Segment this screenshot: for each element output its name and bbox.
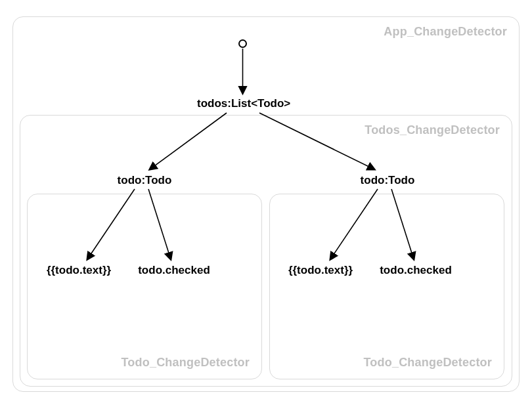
box-label-todo-left: Todo_ChangeDetector	[122, 356, 250, 370]
node-leaf-right-text: {{todo.text}}	[281, 264, 360, 277]
box-todo-right: Todo_ChangeDetector	[269, 194, 504, 379]
node-leaf-right-checked: todo.checked	[373, 264, 458, 277]
box-label-todos: Todos_ChangeDetector	[365, 123, 500, 137]
node-leaf-left-checked: todo.checked	[131, 264, 217, 277]
node-todo-left: todo:Todo	[112, 174, 177, 187]
node-leaf-left-text: {{todo.text}}	[39, 264, 118, 277]
box-label-todo-right: Todo_ChangeDetector	[364, 356, 492, 370]
diagram-canvas: App_ChangeDetector Todos_ChangeDetector …	[0, 0, 532, 405]
node-todo-right: todo:Todo	[355, 174, 420, 187]
box-label-app: App_ChangeDetector	[384, 25, 507, 39]
node-todos-list: todos:List<Todo>	[197, 97, 289, 110]
root-node-icon	[238, 39, 247, 48]
box-todo-left: Todo_ChangeDetector	[27, 194, 262, 379]
